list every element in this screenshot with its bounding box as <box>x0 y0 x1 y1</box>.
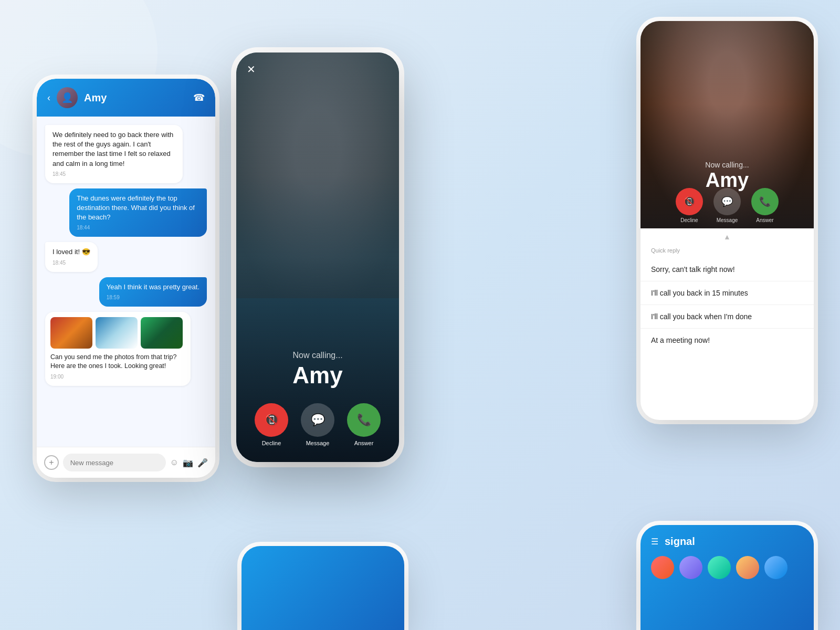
expand-indicator: ▲ <box>640 228 814 245</box>
caller-name: Amy <box>292 362 342 388</box>
photos-row <box>50 317 185 349</box>
hamburger-menu-icon[interactable]: ☰ <box>651 537 658 547</box>
signal-contacts <box>651 556 803 579</box>
chat-phone-frame: ‹ 👤 Amy ☎ We definitely need to go back … <box>37 79 215 478</box>
photo-message: Can you send me the photos from that tri… <box>45 312 191 386</box>
call-screen: ✕ Now calling... Amy 📵 Decline 💬 Message <box>236 52 399 462</box>
qr-answer-button[interactable]: 📞 <box>751 188 779 215</box>
chat-header: ‹ 👤 Amy ☎ <box>37 79 215 117</box>
answer-icon: 📞 <box>357 413 371 427</box>
qr-answer-icon: 📞 <box>759 196 771 207</box>
qr-decline-icon: 📵 <box>684 196 695 207</box>
decline-button[interactable]: 📵 <box>255 403 288 437</box>
signal-avatar-5[interactable] <box>764 556 788 579</box>
answer-button[interactable]: 📞 <box>347 403 381 437</box>
message-action[interactable]: 💬 Message <box>301 403 334 446</box>
phone-chat: ‹ 👤 Amy ☎ We definitely need to go back … <box>37 79 215 478</box>
quickreply-phone-frame: Now calling... Amy 📵 Decline 💬 Message <box>640 21 814 420</box>
decline-icon: 📵 <box>265 413 279 427</box>
photo-caption: Can you send me the photos from that tri… <box>50 353 185 381</box>
microphone-icon[interactable]: 🎤 <box>197 458 208 468</box>
qr-now-calling: Now calling... <box>640 161 814 169</box>
phone-signal: ☰ signal <box>640 525 814 630</box>
now-calling-label: Now calling... <box>292 351 342 360</box>
call-overlay <box>236 52 399 462</box>
message-received-1: We definitely need to go back there with… <box>45 125 183 183</box>
answer-action[interactable]: 📞 Answer <box>347 403 381 446</box>
add-attachment-button[interactable]: + <box>44 455 59 470</box>
quick-reply-item-4[interactable]: At a meeting now! <box>640 329 814 352</box>
signal-phone-frame: ☰ signal <box>640 525 814 630</box>
signal-avatar-4[interactable] <box>736 556 759 579</box>
qr-answer-label: Answer <box>756 217 773 223</box>
call-button[interactable]: ☎ <box>193 92 205 103</box>
qr-message-action[interactable]: 💬 Message <box>713 188 741 223</box>
back-button[interactable]: ‹ <box>47 92 50 103</box>
qr-answer-action[interactable]: 📞 Answer <box>751 188 779 223</box>
phone-bottom-center <box>242 546 404 630</box>
call-actions: 📵 Decline 💬 Message 📞 Answer <box>255 403 381 446</box>
input-icons: ☺ 📷 🎤 <box>170 458 208 468</box>
message-sent-2: Yeah I think it was pretty great. 18:59 <box>99 277 207 307</box>
qr-decline-action[interactable]: 📵 Decline <box>676 188 703 223</box>
message-label: Message <box>306 440 330 446</box>
qr-call-top: Now calling... Amy 📵 Decline 💬 Message <box>640 21 814 228</box>
camera-icon[interactable]: 📷 <box>183 458 193 468</box>
answer-label: Answer <box>354 440 374 446</box>
photo-thumb-2 <box>96 317 138 349</box>
chat-messages: We definitely need to go back there with… <box>37 117 215 447</box>
message-sent-1: The dunes were definitely the top destin… <box>69 188 207 237</box>
chat-input-bar: + ☺ 📷 🎤 <box>37 447 215 478</box>
message-button[interactable]: 💬 <box>301 403 334 437</box>
qr-decline-button[interactable]: 📵 <box>676 188 703 215</box>
qr-message-label: Message <box>717 217 738 223</box>
phone-incoming-call: ✕ Now calling... Amy 📵 Decline 💬 Message <box>236 52 399 462</box>
qr-message-icon: 💬 <box>721 196 733 207</box>
qr-decline-label: Decline <box>680 217 698 223</box>
decline-label: Decline <box>262 440 281 446</box>
quick-reply-item-3[interactable]: I'll call you back when I'm done <box>640 305 814 329</box>
signal-avatar-3[interactable] <box>708 556 731 579</box>
photo-thumb-3 <box>141 317 183 349</box>
contact-name: Amy <box>84 92 187 104</box>
signal-app-name: signal <box>665 536 695 548</box>
bottom-phone-frame <box>242 546 404 630</box>
signal-header: ☰ signal <box>651 536 803 548</box>
emoji-icon[interactable]: ☺ <box>170 458 178 467</box>
signal-avatar-2[interactable] <box>679 556 702 579</box>
decline-action[interactable]: 📵 Decline <box>255 403 288 446</box>
call-info: Now calling... Amy <box>292 351 342 388</box>
message-received-2: I loved it! 😎 18:45 <box>45 242 98 271</box>
quick-reply-section: ▲ Quick reply Sorry, can't talk right no… <box>640 228 814 362</box>
quick-reply-item-1[interactable]: Sorry, can't talk right now! <box>640 258 814 281</box>
qr-actions: 📵 Decline 💬 Message 📞 Answer <box>640 183 814 228</box>
quick-reply-section-label: Quick reply <box>640 245 814 258</box>
message-icon: 💬 <box>311 413 325 427</box>
phone-quickreply: Now calling... Amy 📵 Decline 💬 Message <box>640 21 814 420</box>
message-input[interactable] <box>63 454 166 471</box>
qr-message-button[interactable]: 💬 <box>713 188 741 215</box>
quick-reply-item-2[interactable]: I'll call you back in 15 minutes <box>640 281 814 305</box>
photo-thumb-1 <box>50 317 92 349</box>
contact-avatar: 👤 <box>57 87 78 108</box>
call-phone-frame: ✕ Now calling... Amy 📵 Decline 💬 Message <box>236 52 399 462</box>
close-button[interactable]: ✕ <box>247 63 256 76</box>
signal-avatar-1[interactable] <box>651 556 674 579</box>
